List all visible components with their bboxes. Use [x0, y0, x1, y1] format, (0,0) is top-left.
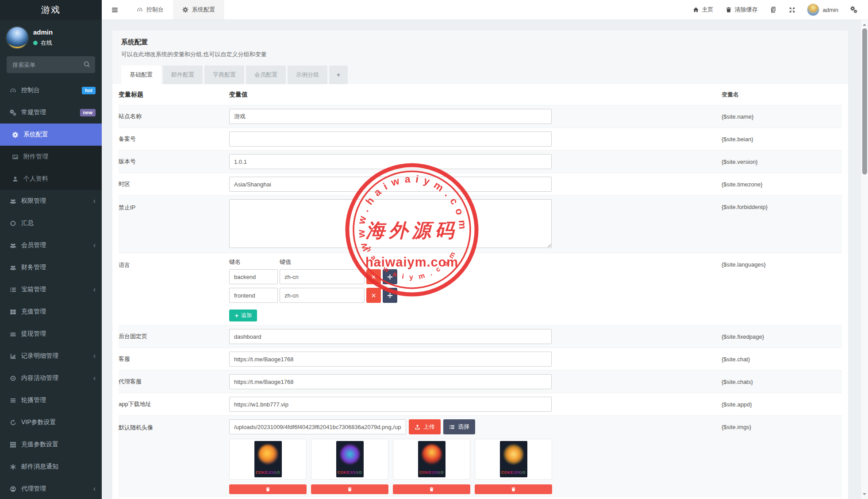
beian-input[interactable] [229, 132, 552, 147]
scrollbar-thumb[interactable] [862, 28, 867, 174]
sidebar-item-member[interactable]: 会员管理 ‹ [0, 234, 102, 256]
sidebar-item-summary[interactable]: 汇总 [0, 212, 102, 234]
sidebar-item-sysconfig[interactable]: 系统配置 [0, 124, 102, 146]
variable-name: {$site.chats} [722, 379, 842, 385]
panel-body: 变量标题 变量值 变量名 站点名称 {$site.name} 备案号 {$sit… [112, 84, 848, 499]
append-language-button[interactable]: 追加 [229, 309, 257, 321]
remove-language-button[interactable] [366, 288, 381, 303]
avatar-paths-input[interactable] [229, 419, 406, 434]
brand-logo[interactable]: 游戏 [0, 0, 102, 20]
badge: hot [82, 87, 96, 94]
field-label: 代理客服 [119, 378, 229, 386]
delete-thumb-button[interactable] [475, 484, 552, 494]
avatar-thumbs: COKEJOGO COKEJOGO COKEJOGO COKEJOGO [229, 439, 722, 494]
list-icon [449, 424, 455, 430]
site-name-input[interactable] [229, 109, 552, 124]
delete-thumb-button[interactable] [229, 484, 307, 494]
chat-input[interactable] [229, 352, 552, 367]
avatar-thumb-image[interactable]: COKEJOGO [229, 439, 307, 480]
avatar-thumb-image[interactable]: COKEJOGO [475, 439, 552, 480]
language-subheaders: 键名 键值 [229, 258, 722, 266]
variable-name: {$site.beian} [722, 136, 842, 143]
sidebar-item-recharge-params[interactable]: 充值参数设置 [0, 433, 102, 456]
sidebar-item-withdraw[interactable]: 提现管理 [0, 323, 102, 345]
tab-console[interactable]: 控制台 [127, 0, 173, 19]
sidebar-item-carousel[interactable]: 轮播管理 [0, 389, 102, 411]
tab-email[interactable]: 邮件配置 [163, 66, 203, 84]
sidebar-item-finance[interactable]: 财务管理 [0, 256, 102, 279]
field-label: app下载地址 [119, 400, 229, 408]
sidebar-item-chest[interactable]: 宝箱管理 ‹ [0, 279, 102, 301]
choose-button[interactable]: 选择 [443, 419, 475, 434]
row-beian: 备案号 {$site.beian} [119, 128, 842, 150]
app-download-input[interactable] [229, 397, 552, 412]
tab-dict[interactable]: 字典配置 [204, 66, 244, 84]
sidebar-item-auth[interactable]: 权限管理 ‹ [0, 190, 102, 212]
scroll-up-arrow-icon[interactable] [863, 22, 866, 26]
sidebar-item-label: 汇总 [21, 219, 96, 227]
drag-language-button[interactable] [383, 288, 397, 303]
upload-button[interactable]: 上传 [409, 419, 441, 434]
game-art-image: COKEJOGO [500, 441, 527, 477]
variable-name: {$site.imgs} [722, 419, 842, 430]
forbidden-ip-textarea[interactable] [229, 199, 552, 248]
fixedpage-input[interactable] [229, 329, 552, 344]
language-value-input[interactable] [280, 269, 365, 284]
tab-member[interactable]: 会员配置 [246, 66, 286, 84]
sidebar-item-general[interactable]: 常规管理 new [0, 101, 102, 124]
sidebar-item-recharge[interactable]: 充值管理 [0, 301, 102, 323]
users-icon [10, 242, 16, 249]
tab-sysconfig[interactable]: 系统配置 [173, 0, 224, 19]
tab-add-group[interactable]: + [329, 66, 348, 84]
sidebar-item-console[interactable]: 控制台 hot [0, 79, 102, 101]
thumb-brand-text: COKEJOGO [501, 470, 525, 475]
field-label: 时区 [119, 180, 229, 188]
language-button[interactable] [770, 6, 777, 13]
hamburger-icon [111, 6, 119, 14]
sidebar-item-profile[interactable]: 个人资料 [0, 168, 102, 190]
sidebar-item-content[interactable]: 内容活动管理 ‹ [0, 367, 102, 389]
drag-language-button[interactable] [383, 269, 397, 284]
clear-cache-link[interactable]: 清除缓存 [726, 6, 758, 14]
avatar-thumb-image[interactable]: COKEJOGO [393, 439, 470, 480]
search-input[interactable] [7, 56, 95, 73]
tab-basic[interactable]: 基础配置 [121, 66, 161, 84]
sidebar-item-vip[interactable]: VIP参数设置 [0, 411, 102, 433]
avatar-thumb-image[interactable]: COKEJOGO [311, 439, 388, 480]
agent-chat-input[interactable] [229, 374, 552, 389]
user-menu[interactable]: admin [807, 4, 838, 15]
timezone-input[interactable] [229, 177, 552, 192]
navbar-username: admin [823, 7, 838, 13]
sidebar-item-mail-notify[interactable]: 邮件消息通知 [0, 456, 102, 478]
menu-toggle-button[interactable] [102, 0, 127, 19]
delete-thumb-button[interactable] [311, 484, 388, 494]
vertical-scrollbar[interactable] [860, 20, 868, 499]
trash-icon [726, 7, 732, 13]
sidebar-item-records[interactable]: 记录明细管理 ‹ [0, 345, 102, 367]
language-key-input[interactable] [229, 288, 278, 303]
col-header-value: 变量值 [229, 91, 722, 99]
navbar-right: 主页 清除缓存 admin [693, 0, 868, 19]
sidebar-item-agent[interactable]: 代理管理 ‹ [0, 478, 102, 499]
language-value-input[interactable] [280, 288, 365, 303]
page-title: 系统配置 [121, 38, 839, 46]
user-icon [12, 176, 19, 182]
remove-language-button[interactable] [366, 269, 381, 284]
user-avatar[interactable] [7, 27, 28, 48]
tab-sample[interactable]: 示例分组 [288, 66, 327, 84]
chevron-left-icon: ‹ [93, 286, 96, 294]
language-key-input[interactable] [229, 269, 278, 284]
sidebar-item-attachment[interactable]: 附件管理 [0, 146, 102, 168]
scroll-down-arrow-icon[interactable] [863, 493, 866, 497]
home-link[interactable]: 主页 [693, 6, 714, 14]
sidebar: 游戏 admin 在线 控制台 hot 常规管理 new 系统配置 附件管理 [0, 0, 102, 499]
delete-thumb-button[interactable] [393, 484, 470, 494]
settings-button[interactable] [850, 6, 857, 13]
search-icon[interactable] [84, 61, 90, 68]
fullscreen-button[interactable] [789, 7, 795, 13]
sidebar-item-label: 系统配置 [23, 131, 96, 139]
version-input[interactable] [229, 154, 552, 169]
row-site-name: 站点名称 {$site.name} [119, 105, 842, 128]
trash-icon [511, 487, 516, 492]
th-large-icon [10, 309, 16, 315]
